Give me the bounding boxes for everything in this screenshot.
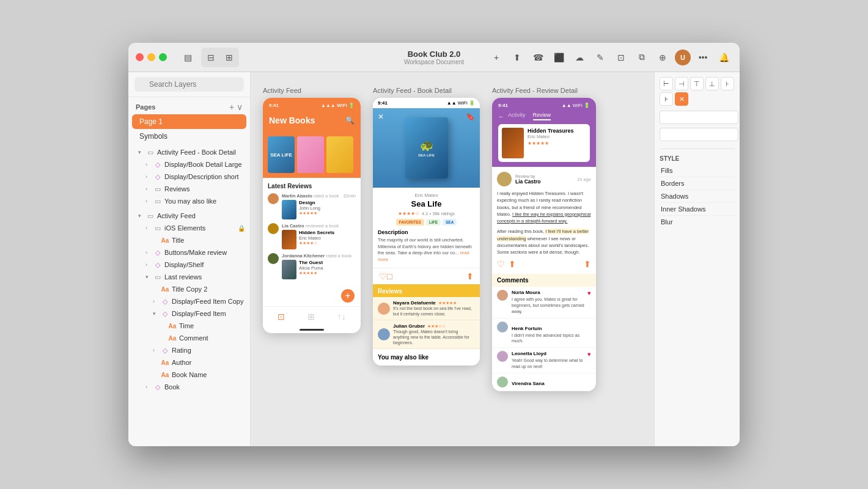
nav-grid-icon[interactable]: ⊞ — [307, 312, 315, 322]
tree-item-display-feed-item[interactable]: ▾ ◇ Display/Feed Item — [128, 307, 250, 320]
tab-review[interactable]: Review — [533, 112, 551, 120]
tree-item-comment[interactable]: Aa Comment — [128, 332, 250, 344]
tree-item-af-book-detail[interactable]: ▾ ▭ Activity Feed - Book Detail — [128, 146, 250, 158]
back-arrow[interactable]: ← — [498, 113, 504, 120]
user-avatar[interactable]: U — [675, 50, 691, 65]
nav-chart-icon[interactable]: ↑↓ — [337, 312, 346, 322]
search-input[interactable] — [134, 77, 244, 92]
book-cover: 🐢 SEA LIFE — [405, 117, 448, 178]
align-center-h-icon[interactable]: ⊣ — [675, 77, 688, 90]
fab-add[interactable]: + — [341, 289, 355, 303]
view-toggle-group: ⊟ ⊞ — [201, 48, 239, 67]
share-icon[interactable]: ⬆ — [509, 49, 526, 66]
phone-icon[interactable]: ☎ — [529, 49, 546, 66]
fills-item[interactable]: Fills — [660, 164, 735, 177]
tree-item-last-reviews[interactable]: ▾ ▭ Last reviews — [128, 271, 250, 283]
app-title: Book Club 2.0 — [404, 50, 464, 59]
share-btn[interactable]: ⬆ — [509, 259, 516, 269]
nav-home-icon[interactable]: ⊡ — [278, 312, 285, 322]
tree-item-time[interactable]: Aa Time — [128, 320, 250, 332]
style-title: STYLE — [660, 155, 735, 162]
tree-item-author[interactable]: Aa Author — [128, 356, 250, 369]
align-center-v-icon[interactable]: ⊦ — [721, 77, 734, 90]
reviewer-name-3: Jordanna Kitchener rated a book — [282, 253, 356, 259]
book-sea-life[interactable]: SEA LIFE — [268, 136, 295, 173]
active-align-icon[interactable]: ✕ — [675, 92, 688, 106]
book-yellow[interactable] — [326, 136, 353, 173]
crop-icon[interactable]: ⊡ — [612, 49, 630, 66]
cloud-icon[interactable]: ☁ — [571, 49, 588, 66]
paste-icon[interactable]: ⊕ — [654, 49, 671, 66]
tree-item-display-feed-copy[interactable]: › ◇ Display/Feed Item Copy — [128, 295, 250, 307]
shadows-item[interactable]: Shadows — [660, 190, 735, 203]
tree-item-title[interactable]: Aa Title — [128, 234, 250, 246]
back-button[interactable]: ✕ — [378, 111, 384, 122]
blur-item[interactable]: Blur — [660, 216, 735, 228]
minimize-button[interactable] — [147, 53, 155, 61]
heart-btn[interactable]: ♡ — [497, 259, 505, 269]
tree-item-activity-feed[interactable]: ▾ ▭ Activity Feed — [128, 210, 250, 222]
lia-avatar — [497, 172, 512, 186]
comment-content-leonetta: Leonetta Lloyd ♥ Yeah! Good way to deter… — [512, 351, 591, 370]
align-row: ⊢ ⊣ ⊤ ⊥ ⊦ ⊧ ✕ — [660, 77, 735, 106]
heart-action[interactable]: ♡ — [379, 271, 387, 281]
sidebar-tree: ▾ ▭ Activity Feed - Book Detail › ◇ Disp… — [128, 144, 250, 446]
tree-item-book[interactable]: › ◇ Book — [128, 381, 250, 393]
align-left-icon[interactable]: ⊢ — [660, 77, 673, 90]
featured-book-card: Hidden Treasures Eric Mateo ★★★★★ — [498, 124, 590, 162]
x-input[interactable] — [660, 111, 738, 124]
tree-item-you-may-like[interactable]: › ▭ You may also like — [128, 195, 250, 207]
tree-item-display-desc[interactable]: › ◇ Display/Description short — [128, 171, 250, 183]
screen-icon[interactable]: ⬛ — [550, 49, 567, 66]
heart-nuria[interactable]: ♥ — [587, 290, 591, 296]
align-top-icon[interactable]: ⊥ — [705, 77, 719, 90]
pencil-icon[interactable]: ✎ — [592, 49, 609, 66]
book-pink[interactable] — [297, 136, 324, 173]
align-bottom-icon[interactable]: ⊧ — [660, 92, 673, 106]
review-text-2: After reading this book, I feel I'll hav… — [497, 228, 591, 256]
grid-view-icon[interactable]: ⊞ — [221, 49, 238, 66]
sidebar-toggle-icon[interactable]: ▤ — [179, 49, 196, 66]
close-button[interactable] — [136, 53, 144, 61]
notification-icon[interactable]: 🔔 — [715, 49, 732, 66]
tree-item-ios-elements[interactable]: › ▭ iOS Elements 🔒 — [128, 222, 250, 234]
tree-item-book-name[interactable]: Aa Book Name — [128, 369, 250, 381]
pages-actions[interactable]: + ∨ — [229, 102, 243, 112]
share-action[interactable]: ⬆ — [466, 271, 474, 281]
w-input[interactable] — [660, 128, 738, 141]
canvas-area[interactable]: Activity Feed 9:41 ▲▲▲ WiFi 🔋 New Books … — [251, 72, 654, 446]
fullscreen-button[interactable] — [159, 53, 167, 61]
right-panel: ⊢ ⊣ ⊤ ⊥ ⊦ ⊧ ✕ STYLE Fills Borders Shadow… — [654, 72, 740, 446]
inner-shadows-item[interactable]: Inner Shadows — [660, 203, 735, 216]
reviewer-row: Review by Lia Castro 1h ago — [497, 172, 591, 186]
copy-icon[interactable]: ⧉ — [633, 49, 650, 66]
diamond-icon: ◇ — [153, 383, 162, 391]
artboard-af-rd: Activity Feed - Review Detail 9:41 ▲▲ Wi… — [492, 87, 596, 391]
review-text: I really enjoyed Hidden Treasures. I was… — [497, 190, 591, 224]
tree-item-display-book-detail[interactable]: › ◇ Display/Book Detail Large — [128, 158, 250, 171]
page1-item[interactable]: Page 1 — [132, 114, 246, 129]
avatar-martin — [268, 193, 279, 204]
symbols-item[interactable]: Symbols — [132, 129, 246, 144]
action-bar: ♡ □ ⬆ — [373, 268, 480, 284]
more-btn[interactable]: ⬆ — [584, 259, 591, 269]
align-right-icon[interactable]: ⊤ — [690, 77, 704, 90]
add-icon[interactable]: + — [488, 49, 505, 66]
phone-search-icon[interactable]: 🔍 — [345, 116, 355, 125]
text-icon: Aa — [161, 358, 169, 367]
bookmark-icon[interactable]: 🔖 — [466, 111, 475, 122]
tree-item-display-shelf[interactable]: › ◇ Display/Shelf — [128, 259, 250, 271]
bookmark-action[interactable]: □ — [387, 271, 392, 281]
more-icon[interactable]: ••• — [694, 49, 712, 66]
tree-item-reviews[interactable]: › ▭ Reviews — [128, 183, 250, 195]
heart-leonetta[interactable]: ♥ — [587, 351, 591, 358]
borders-item[interactable]: Borders — [660, 177, 735, 190]
tab-activity[interactable]: Activity — [508, 112, 526, 120]
diamond-icon: ◇ — [153, 160, 162, 169]
tree-item-title-copy2[interactable]: Aa Title Copy 2 — [128, 283, 250, 295]
diamond-icon: ◇ — [153, 172, 162, 181]
tree-item-rating[interactable]: › ◇ Rating — [128, 344, 250, 356]
section-title: Latest Reviews — [268, 183, 356, 189]
list-view-icon[interactable]: ⊟ — [202, 49, 219, 66]
tree-item-buttons-review[interactable]: › ◇ Buttons/Make review — [128, 246, 250, 259]
